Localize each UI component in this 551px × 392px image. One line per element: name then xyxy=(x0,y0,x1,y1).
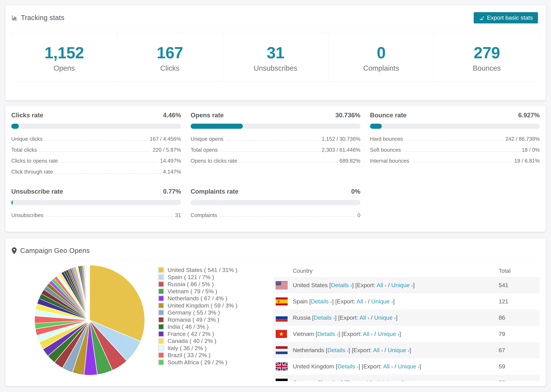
country-cell: United Kingdom [Details ›] [Export: All … xyxy=(293,363,499,370)
export-basic-stats-button[interactable]: Export basic stats xyxy=(474,12,538,23)
column-header-total: Total xyxy=(499,268,540,274)
details-link-de[interactable]: Details › xyxy=(320,379,341,381)
stat-cell-complaints: 0 Complaints xyxy=(328,33,434,81)
geo-divider xyxy=(11,260,540,261)
details-link-es[interactable]: Details › xyxy=(311,298,332,305)
rate-title: Clicks rate xyxy=(11,112,43,119)
dotted-leader xyxy=(60,162,158,162)
flag-de-icon xyxy=(276,379,288,381)
rate-progress-bar xyxy=(11,124,181,129)
rate-row-label: Opens to clicks rate xyxy=(191,158,237,164)
export-unique-link-de[interactable]: Unique › xyxy=(380,379,402,381)
geo-table-row-netherlands: Netherlands [Details ›] [Export: All › /… xyxy=(273,342,540,358)
details-link-vn[interactable]: Details › xyxy=(317,331,338,337)
tracking-stats-header: Tracking stats Export basic stats xyxy=(5,5,546,24)
export-unique-link-es[interactable]: Unique › xyxy=(371,298,393,305)
country-cell: Spain [Details ›] [Export: All › / Uniqu… xyxy=(293,298,499,305)
stat-value: 31 xyxy=(223,44,328,62)
geo-content: United States ( 541 / 31% ) Spain ( 121 … xyxy=(5,264,546,384)
legend-item-germany: Germany ( 55 / 3% ) xyxy=(159,309,237,316)
total-cell: 79 xyxy=(499,331,540,337)
rate-detail-row: Unsubscribes 31 xyxy=(11,210,181,221)
rate-row-label: Total clicks xyxy=(11,147,37,153)
export-all-link-us[interactable]: All › xyxy=(377,282,386,288)
flag-nl-icon xyxy=(276,346,288,354)
legend-label: Russia ( 86 / 5% ) xyxy=(168,281,214,287)
dotted-leader xyxy=(226,140,319,140)
details-link-gb[interactable]: Details › xyxy=(338,363,359,370)
dotted-leader xyxy=(220,151,319,152)
flag-us-icon xyxy=(276,281,288,289)
geo-table-row-germany: Germany [Details ›] [Export: All › / Uni… xyxy=(273,375,540,381)
rate-row-value: 31 xyxy=(175,212,181,218)
export-unique-link-us[interactable]: Unique › xyxy=(391,282,413,288)
rate-section-bounce-rate: Bounce rate 6.927% Hard bounces 242 / 86… xyxy=(370,112,540,177)
legend-item-italy: Italy ( 36 / 2% ) xyxy=(159,345,237,352)
legend-swatch xyxy=(159,268,163,272)
export-all-link-de[interactable]: All › xyxy=(366,379,375,381)
export-all-link-gb[interactable]: All › xyxy=(383,363,393,370)
stat-label: Opens xyxy=(11,64,117,72)
rate-section-clicks-rate: Clicks rate 4.46% Unique clicks 167 / 4.… xyxy=(11,112,181,177)
country-cell: United States [Details ›] [Export: All ›… xyxy=(293,282,499,288)
legend-item-france: France ( 42 / 2% ) xyxy=(159,330,237,338)
legend-label: Spain ( 121 / 7% ) xyxy=(168,274,214,280)
geo-table-header: Country Total xyxy=(273,265,540,277)
rate-detail-row: Complaints 0 xyxy=(191,210,360,221)
stats-summary-row: 1,152 Opens 167 Clicks 31 Unsubscribes 0… xyxy=(11,33,540,82)
dotted-leader xyxy=(240,162,337,162)
rate-row-label: Unsubscribes xyxy=(11,212,43,218)
rate-detail-row: Hard bounces 242 / 86.738% xyxy=(370,133,540,145)
export-unique-link-ru[interactable]: Unique › xyxy=(374,314,396,321)
rate-row-value: 14.497% xyxy=(160,158,181,164)
stat-value: 0 xyxy=(328,44,434,62)
tracking-stats-card: Tracking stats Export basic stats 1,152 … xyxy=(5,5,546,100)
geo-opens-pie-chart xyxy=(34,264,146,376)
legend-swatch xyxy=(159,282,163,287)
stat-label: Unsubscribes xyxy=(223,64,328,72)
legend-item-india: India ( 46 / 3% ) xyxy=(159,323,237,330)
flag-ru-icon xyxy=(276,314,288,322)
rate-detail-row: Soft bounces 18 / 0% xyxy=(370,145,540,155)
rate-section-unsubscribe-rate: Unsubscribe rate 0.77% Unsubscribes 31 xyxy=(11,188,181,221)
legend-label: Germany ( 55 / 3% ) xyxy=(168,309,220,316)
legend-label: United States ( 541 / 31% ) xyxy=(168,267,237,273)
details-link-ru[interactable]: Details › xyxy=(314,314,335,321)
export-all-link-ru[interactable]: All › xyxy=(360,314,369,321)
rate-row-value: 2,303 / 61.446% xyxy=(322,147,360,153)
country-cell: Netherlands [Details ›] [Export: All › /… xyxy=(293,347,499,354)
campaign-geo-opens-card: Campaign Geo Opens United States ( 541 /… xyxy=(5,238,546,386)
legend-item-spain: Spain ( 121 / 7% ) xyxy=(159,274,237,281)
export-unique-link-vn[interactable]: Unique › xyxy=(378,331,399,337)
geo-header: Campaign Geo Opens xyxy=(5,238,546,257)
rate-detail-row: Clicks to opens rate 14.497% xyxy=(11,155,181,166)
legend-swatch xyxy=(159,310,163,315)
legend-swatch xyxy=(159,346,163,350)
stat-value: 1,152 xyxy=(11,44,117,62)
export-all-link-es[interactable]: All › xyxy=(357,298,366,305)
legend-swatch xyxy=(159,275,163,280)
country-cell: Russia [Details ›] [Export: All › / Uniq… xyxy=(293,314,499,321)
legend-label: Canada ( 40 / 2% ) xyxy=(168,338,216,344)
flag-gb-icon xyxy=(276,362,288,371)
stat-label: Clicks xyxy=(117,64,222,72)
export-all-link-vn[interactable]: All › xyxy=(363,331,373,337)
details-link-nl[interactable]: Details › xyxy=(327,347,348,353)
legend-item-united-states: United States ( 541 / 31% ) xyxy=(159,266,237,274)
rate-row-label: Unique opens xyxy=(191,136,223,142)
stat-label: Complaints xyxy=(328,64,434,72)
total-cell: 541 xyxy=(499,282,540,288)
total-cell: 86 xyxy=(499,314,540,321)
rate-progress-bar xyxy=(11,200,181,205)
rate-row-value: 1,152 / 30.736% xyxy=(322,136,360,142)
export-unique-link-nl[interactable]: Unique › xyxy=(388,347,410,353)
legend-label: France ( 42 / 2% ) xyxy=(168,331,214,337)
legend-swatch xyxy=(159,339,163,343)
export-all-link-nl[interactable]: All › xyxy=(373,347,383,353)
legend-item-vietnam: Vietnam ( 79 / 5% ) xyxy=(159,288,237,295)
rate-detail-row: Total opens 2,303 / 61.446% xyxy=(191,145,360,155)
legend-swatch xyxy=(159,353,163,357)
rate-row-value: 242 / 86.738% xyxy=(505,136,540,142)
export-unique-link-gb[interactable]: Unique › xyxy=(398,363,419,370)
details-link-us[interactable]: Details › xyxy=(331,282,352,288)
